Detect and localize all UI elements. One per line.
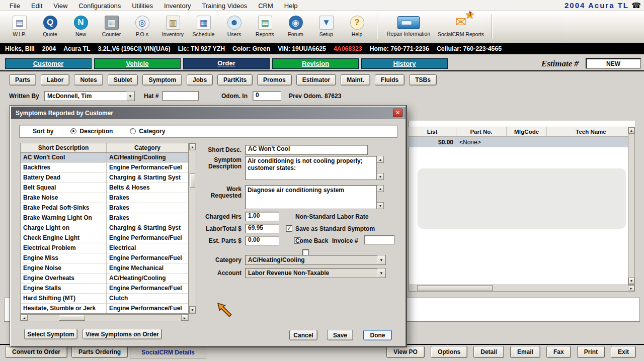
subtab-promos[interactable]: Promos: [257, 74, 292, 85]
subtab-tsbs[interactable]: TSBs: [409, 74, 437, 85]
forum-button[interactable]: ◉ Forum: [280, 13, 311, 41]
table-row[interactable]: Belt Squeal Belts & Hoses: [21, 183, 188, 193]
subtab-maint[interactable]: Maint.: [341, 74, 370, 85]
written-by-dropdown[interactable]: McDonnell, Tim ▼: [44, 91, 135, 101]
exit-button[interactable]: Exit: [611, 346, 636, 358]
chevron-down-icon[interactable]: ▼: [377, 268, 385, 278]
chevron-down-icon[interactable]: ▼: [377, 255, 385, 264]
subtab-notes[interactable]: Notes: [74, 74, 103, 85]
symptom-category[interactable]: AC/Heating/Cooling: [107, 274, 188, 284]
parts-ordering-button[interactable]: Parts Ordering: [71, 346, 128, 358]
symptom-short-description[interactable]: Check Engine Light: [21, 233, 107, 243]
scroll-down-icon[interactable]: ▼: [628, 278, 634, 284]
menu-item[interactable]: File: [4, 2, 26, 10]
scrollbar-thumb[interactable]: [190, 173, 195, 188]
subtab-jobs[interactable]: Jobs: [187, 74, 213, 85]
column-tech-name[interactable]: Tech Name: [547, 127, 635, 136]
table-row[interactable]: Check Engine Light Engine Performance/Fu…: [21, 233, 188, 243]
symptom-category[interactable]: Engine Mechanical: [107, 263, 188, 274]
menu-item[interactable]: CRM: [253, 2, 279, 10]
symptom-short-description[interactable]: Engine Noise: [21, 263, 107, 274]
symptom-short-description[interactable]: Engine Stalls: [21, 284, 107, 294]
socialcrm-details-tab[interactable]: SocialCRM Details: [130, 346, 206, 358]
close-icon[interactable]: ✕: [393, 109, 403, 117]
table-row[interactable]: Engine Overheats AC/Heating/Cooling: [21, 274, 188, 284]
socialcrm-reports-button[interactable]: ✉ ★ 7 SocialCRM Reports: [435, 13, 487, 41]
column-part-no[interactable]: Part No.: [456, 127, 507, 136]
counter-button[interactable]: ▦ Counter: [96, 13, 127, 41]
non-standard-labor-rate-checkbox[interactable]: [286, 225, 292, 232]
symptom-short-description[interactable]: Battery Dead: [21, 173, 107, 183]
symptom-short-description[interactable]: Backfires: [21, 163, 107, 173]
scroll-down-icon[interactable]: ▼: [189, 306, 196, 313]
subtab-parts[interactable]: Parts: [9, 74, 36, 85]
save-button[interactable]: Save: [327, 330, 353, 340]
tab-customer[interactable]: Customer: [5, 58, 92, 69]
phone-icon[interactable]: ☎: [631, 1, 641, 10]
symptom-short-description[interactable]: Hard Shifting (MT): [21, 294, 107, 304]
chevron-down-icon[interactable]: ▼: [126, 92, 134, 101]
symptom-short-description[interactable]: Charge Light on: [21, 223, 107, 233]
table-row[interactable]: Battery Dead Charging & Starting Syst: [21, 173, 188, 183]
charged-hrs-field[interactable]: 1.00: [245, 212, 279, 221]
menu-item[interactable]: Inventory: [158, 2, 196, 10]
radio-icon[interactable]: [130, 128, 136, 134]
symptom-short-description[interactable]: Engine Overheats: [21, 274, 107, 284]
view-po-button[interactable]: View PO: [386, 346, 425, 358]
cancel-button[interactable]: Cancel: [289, 330, 317, 340]
fax-button[interactable]: Fax: [546, 346, 571, 358]
new-button[interactable]: N New: [65, 13, 96, 41]
symptom-category[interactable]: Charging & Starting Syst: [107, 223, 188, 233]
subtab-sublet[interactable]: Sublet: [108, 74, 138, 85]
view-symptoms-on-order-button[interactable]: View Symptoms on Order: [83, 329, 162, 339]
column-mfgcode[interactable]: MfgCode: [507, 127, 547, 136]
scroll-right-icon[interactable]: ►: [181, 315, 188, 321]
symptom-short-description[interactable]: Brake Pedal Soft-Sinks: [21, 203, 107, 213]
subtab-fluids[interactable]: Fluids: [375, 74, 405, 85]
done-button[interactable]: Done: [363, 330, 392, 340]
symptom-category[interactable]: Engine Performance/Fuel: [107, 284, 188, 294]
account-dropdown[interactable]: Labor Revenue Non-Taxable ▼: [245, 268, 386, 278]
schedule-button[interactable]: ▦ Schedule: [188, 13, 219, 41]
symptom-category[interactable]: Brakes: [107, 203, 188, 213]
help-button[interactable]: ? Help: [342, 13, 372, 41]
email-button[interactable]: Email: [510, 346, 540, 358]
symptom-short-description[interactable]: Engine Miss: [21, 253, 107, 263]
est-parts-field[interactable]: 0.00: [245, 236, 279, 245]
table-row[interactable]: Electrical Problem Electrical: [21, 243, 188, 253]
inventory-button[interactable]: ▥ Inventory: [157, 13, 188, 41]
table-row[interactable]: Charge Light on Charging & Starting Syst: [21, 223, 188, 233]
symptom-category[interactable]: Brakes: [107, 213, 188, 223]
symptom-description-field[interactable]: Air conditioning is not cooling properly…: [245, 156, 377, 180]
tab-revision[interactable]: Revision: [272, 58, 359, 69]
table-row[interactable]: Brake Pedal Soft-Sinks Brakes: [21, 203, 188, 213]
subtab-partkits[interactable]: PartKits: [217, 74, 253, 85]
scroll-right-icon[interactable]: ►: [628, 285, 634, 291]
symptom-category[interactable]: Belts & Hoses: [107, 183, 188, 193]
users-button[interactable]: ☻ Users: [219, 13, 250, 41]
symptom-category[interactable]: Engine Performance/Fuel: [107, 233, 188, 243]
table-row[interactable]: Backfires Engine Performance/Fuel: [21, 163, 188, 173]
repair-information-button[interactable]: Repair Information: [382, 13, 435, 41]
tab-order[interactable]: Order: [183, 58, 270, 69]
symptom-short-description[interactable]: Electrical Problem: [21, 243, 107, 253]
short-desc-field[interactable]: AC Won't Cool: [245, 145, 368, 155]
table-row[interactable]: Brake Warning Light On Brakes: [21, 213, 188, 223]
symptom-category[interactable]: Clutch: [107, 294, 188, 304]
subtab-labor[interactable]: Labor: [41, 74, 69, 85]
symptom-short-description[interactable]: AC Won't Cool: [21, 153, 107, 163]
symptom-short-description[interactable]: Belt Squeal: [21, 183, 107, 193]
quote-button[interactable]: Q Quote: [35, 13, 65, 41]
scroll-up-icon[interactable]: ▲: [628, 127, 634, 134]
sort-option-description[interactable]: Description: [70, 128, 113, 135]
scroll-left-icon[interactable]: ◄: [21, 315, 28, 321]
scrollbar-thumb[interactable]: [417, 285, 493, 291]
menu-item[interactable]: Training Videos: [197, 2, 253, 10]
subtab-estimator[interactable]: Estimator: [296, 74, 336, 85]
spin-down-icon[interactable]: ▼: [377, 202, 384, 209]
sort-option-category[interactable]: Category: [130, 128, 165, 135]
pos-button[interactable]: ◎ P.O.s: [127, 13, 157, 41]
scrollbar-thumb[interactable]: [59, 315, 85, 321]
symptom-category[interactable]: AC/Heating/Cooling: [107, 153, 188, 163]
grid-horizontal-scrollbar[interactable]: ►: [409, 285, 635, 292]
